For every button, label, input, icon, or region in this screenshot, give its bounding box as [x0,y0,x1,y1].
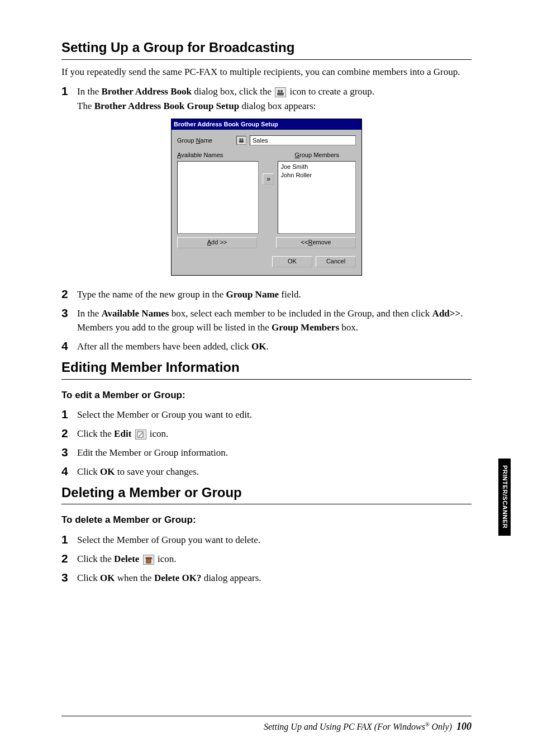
move-right-button[interactable]: » [263,173,274,185]
step-text: Click the Delete icon. [77,551,472,566]
t: Available Names [101,308,169,319]
subhead-edit: To edit a Member or Group: [61,389,472,402]
available-names-label: Available Names [177,151,259,159]
svg-rect-2 [277,93,284,96]
t: ame [201,137,212,144]
svg-point-0 [278,90,280,92]
t: . [460,308,463,319]
t: to save your changes. [115,466,199,477]
heading-editing-member: Editing Member Information [61,358,472,377]
intro-paragraph: If you repeatedly send the same PC-FAX t… [61,65,472,79]
step-number: 1 [61,532,77,546]
t: Delete [114,554,139,564]
step-number: 2 [61,287,77,301]
page-footer: Setting Up and Using PC FAX (For Windows… [61,716,472,734]
svg-point-3 [239,139,241,141]
delete-icon [143,555,154,565]
step-text: In the Brother Address Book dialog box, … [77,84,472,113]
list-item[interactable]: Joe Smith [280,163,353,171]
registered-mark: ® [425,721,430,727]
group-name-label: Group Name [177,136,233,145]
group-icon [236,136,246,145]
cancel-button[interactable]: Cancel [316,256,356,267]
t: R [308,238,312,247]
t: OK [100,466,115,477]
t: Click [77,573,100,583]
step-number: 2 [61,551,77,565]
step-number: 4 [61,464,77,478]
svg-point-1 [280,90,283,92]
t: Click the [77,554,114,564]
t: icon. [155,554,177,564]
steps-section3: 1 Select the Member of Group you want to… [61,532,472,584]
t: Brother Address Book Group Setup [94,101,239,111]
t: The [77,101,94,111]
t: Members you add to the group will be lis… [77,322,272,333]
step-number: 1 [61,407,77,421]
group-setup-dialog: Brother Address Book Group Setup Group N… [171,119,362,276]
step-number: 1 [61,84,77,98]
dialog-screenshot: Brother Address Book Group Setup Group N… [61,119,472,276]
group-members-label: Group Members [278,151,356,159]
t: After all the members have been added, c… [77,341,251,352]
add-button[interactable]: Add >> [177,237,257,248]
svg-rect-7 [146,559,151,563]
footer-text: Setting Up and Using PC FAX (For Windows [264,722,425,731]
t: G [295,152,300,158]
t: N [196,137,201,144]
svg-rect-8 [146,557,151,559]
t: dialog box appears: [239,101,316,111]
subhead-delete: To delete a Member or Group: [61,513,472,527]
t: Click [77,466,100,477]
t: Click the [77,428,114,439]
rule [61,504,472,504]
t: dd >> [211,238,227,247]
side-tab-printer-scanner: PRINTER/SCANNER [498,459,511,536]
group-members-list[interactable]: Joe Smith John Roller [278,161,356,234]
t: Delete OK? [154,573,202,583]
t: roup Members [299,152,339,158]
t: when the [115,573,154,583]
t: In the [77,308,101,319]
page-number: 100 [456,721,472,732]
available-names-list[interactable] [177,161,259,234]
ok-button[interactable]: OK [272,256,312,267]
remove-button[interactable]: << Remove [276,237,356,248]
group-name-input[interactable] [250,135,356,145]
step-number: 2 [61,426,77,440]
step-text: Type the name of the new group in the Gr… [77,287,472,301]
step-number: 3 [61,570,77,584]
t: dialog box, click the [192,86,274,97]
t: Add>> [432,308,461,319]
step-text: In the Available Names box, select each … [77,306,472,335]
t: Group [177,137,196,144]
rule [61,59,472,60]
step-text: Click the Edit icon. [77,426,472,441]
step-number: 4 [61,339,77,353]
t: In the [77,86,101,97]
step-number: 3 [61,445,77,459]
t: box, select each member to be included i… [169,308,432,319]
svg-rect-5 [239,140,244,143]
step-text: Click OK when the Delete OK? dialog appe… [77,570,472,585]
steps-section1-cont: 2 Type the name of the new group in the … [61,287,472,353]
t: << [301,238,308,247]
t: OK [251,341,266,352]
t: icon to create a group. [287,86,374,97]
t: Type the name of the new group in the [77,289,226,300]
footer-text: Only) [430,722,452,731]
dialog-titlebar: Brother Address Book Group Setup [172,119,361,130]
step-text: Click OK to save your changes. [77,464,472,479]
steps-section2: 1 Select the Member or Group you want to… [61,407,472,478]
step-number: 3 [61,306,77,320]
edit-icon [135,429,146,440]
step-text: Select the Member or Group you want to e… [77,407,472,422]
step-text: Edit the Member or Group information. [77,445,472,460]
t: icon. [147,428,169,439]
t: . [266,341,268,352]
heading-setup-group: Setting Up a Group for Broadcasting [61,38,472,57]
list-item[interactable]: John Roller [280,171,353,179]
t: Brother Address Book [101,86,192,97]
heading-deleting-member: Deleting a Member or Group [61,483,472,502]
t: OK [100,573,115,583]
